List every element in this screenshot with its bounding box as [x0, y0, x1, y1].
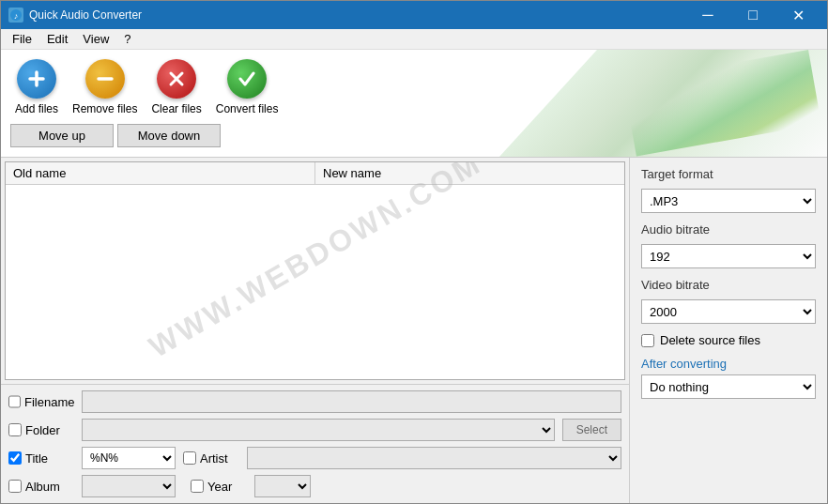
target-format-group: Target format .MP3 .WAV .OGG .FLAC .AAC …: [641, 167, 816, 213]
menu-view[interactable]: View: [75, 30, 116, 48]
bottom-form: Filename Folder Select: [1, 384, 629, 503]
window-controls: ─ □ ✕: [686, 1, 820, 29]
title-checkbox[interactable]: [8, 451, 22, 465]
after-converting-label: After converting: [641, 357, 816, 371]
target-format-label: Target format: [641, 167, 816, 181]
remove-files-icon: [85, 59, 125, 99]
folder-row: Folder Select: [8, 419, 621, 441]
select-button[interactable]: Select: [562, 419, 621, 441]
artist-select[interactable]: [247, 447, 621, 469]
file-list-body: WWW.WEBDOWN.COM: [6, 185, 624, 326]
album-label: Album: [8, 480, 74, 494]
artist-checkbox[interactable]: [183, 451, 196, 465]
add-files-button[interactable]: Add files: [10, 57, 63, 117]
folder-label: Folder: [8, 423, 74, 437]
convert-files-button[interactable]: Convert files: [211, 57, 284, 117]
old-name-header: Old name: [6, 162, 315, 184]
main-area: Old name New name WWW.WEBDOWN.COM Filena…: [1, 158, 827, 503]
delete-source-checkbox[interactable]: [641, 334, 654, 347]
album-select[interactable]: [82, 475, 176, 497]
album-checkbox[interactable]: [8, 480, 22, 493]
file-list-header: Old name New name: [6, 162, 624, 185]
close-button[interactable]: ✕: [776, 1, 820, 29]
window-title: Quick Audio Converter: [29, 8, 686, 22]
file-list[interactable]: Old name New name WWW.WEBDOWN.COM: [5, 161, 625, 380]
move-down-button[interactable]: Move down: [117, 124, 221, 147]
folder-checkbox[interactable]: [8, 423, 22, 436]
app-icon: ♪: [8, 8, 23, 23]
maximize-button[interactable]: □: [731, 1, 774, 29]
title-bar: ♪ Quick Audio Converter ─ □ ✕: [1, 1, 827, 29]
add-files-icon: [17, 59, 56, 99]
svg-text:♪: ♪: [14, 11, 19, 21]
video-bitrate-select[interactable]: 500 1000 1500 2000 3000 5000: [641, 299, 816, 324]
clear-files-button[interactable]: Clear files: [146, 57, 206, 117]
title-select[interactable]: %N% %A% %T% %Y%: [82, 447, 176, 469]
delete-source-row: Delete source files: [641, 333, 816, 347]
toolbar: Add files Remove files Clear files Conve…: [1, 50, 827, 125]
new-name-header: New name: [315, 162, 624, 184]
video-bitrate-group: Video bitrate 500 1000 1500 2000 3000 50…: [641, 278, 816, 324]
video-bitrate-label: Video bitrate: [641, 278, 816, 292]
title-artist-row: Title %N% %A% %T% %Y% Artist: [8, 447, 621, 469]
clear-files-icon: [157, 59, 196, 99]
filename-input[interactable]: [82, 390, 621, 413]
filename-checkbox[interactable]: [8, 395, 21, 408]
year-select[interactable]: [254, 475, 311, 497]
menu-edit[interactable]: Edit: [39, 30, 75, 48]
move-buttons: Move up Move down: [10, 124, 221, 147]
menu-file[interactable]: File: [5, 30, 39, 48]
left-panel: Old name New name WWW.WEBDOWN.COM Filena…: [1, 158, 630, 503]
move-up-button[interactable]: Move up: [10, 124, 114, 147]
filename-row: Filename: [8, 390, 621, 413]
after-converting-select[interactable]: Do nothing Shutdown Hibernate Open folde…: [641, 374, 816, 399]
menu-bar: File Edit View ?: [1, 29, 827, 50]
right-panel: Target format .MP3 .WAV .OGG .FLAC .AAC …: [630, 158, 827, 503]
year-label: Year: [191, 480, 247, 494]
menu-help[interactable]: ?: [116, 30, 138, 48]
remove-files-button[interactable]: Remove files: [68, 57, 142, 117]
minimize-button[interactable]: ─: [686, 1, 729, 29]
artist-label: Artist: [183, 451, 239, 466]
remove-files-label: Remove files: [72, 102, 137, 115]
title-label: Title: [8, 451, 74, 466]
album-year-row: Album Year: [8, 475, 621, 497]
folder-select[interactable]: [82, 419, 555, 441]
convert-files-label: Convert files: [216, 102, 279, 115]
watermark: WWW.WEBDOWN.COM: [143, 161, 487, 365]
filename-label: Filename: [8, 395, 74, 409]
after-converting-group: After converting Do nothing Shutdown Hib…: [641, 357, 816, 399]
audio-bitrate-select[interactable]: 64 96 128 160 192 256 320: [641, 244, 816, 268]
year-checkbox[interactable]: [191, 480, 204, 493]
app-window: ♪ Quick Audio Converter ─ □ ✕ File Edit …: [0, 0, 828, 504]
toolbar-area: Add files Remove files Clear files Conve…: [1, 50, 827, 158]
delete-source-label: Delete source files: [660, 333, 760, 347]
add-files-label: Add files: [15, 102, 58, 115]
audio-bitrate-group: Audio bitrate 64 96 128 160 192 256 320: [641, 222, 816, 268]
audio-bitrate-label: Audio bitrate: [641, 222, 816, 237]
clear-files-label: Clear files: [151, 102, 201, 115]
target-format-select[interactable]: .MP3 .WAV .OGG .FLAC .AAC .WMA: [641, 189, 816, 213]
convert-files-icon: [227, 59, 267, 99]
